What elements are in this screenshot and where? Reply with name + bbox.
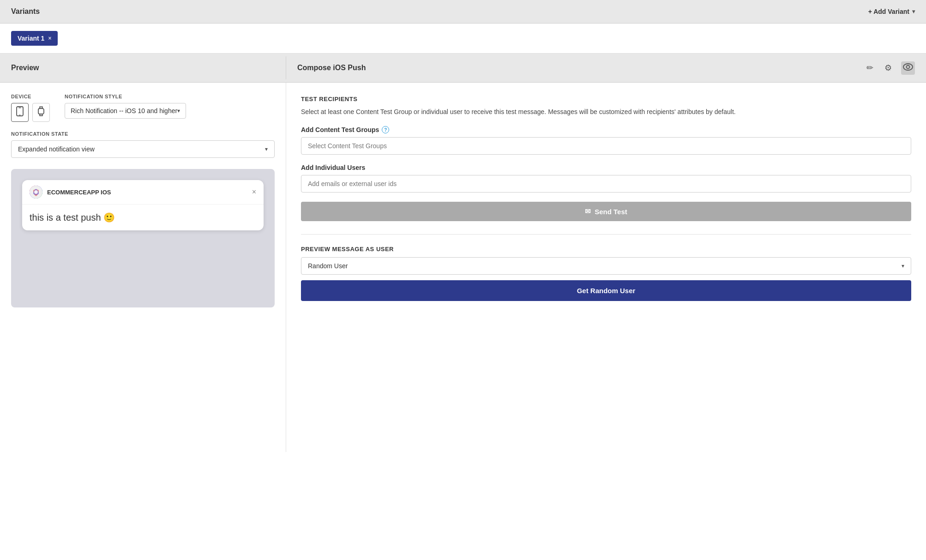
notification-state-value: Expanded notification view [18,145,95,153]
chevron-down-icon: ▾ [902,263,904,269]
chevron-down-icon: ▾ [912,8,915,15]
notification-style-group: NOTIFICATION STYLE Rich Notification -- … [65,94,186,119]
preview-section-label: Preview [0,56,286,79]
app-icon [30,186,42,199]
help-icon[interactable]: ? [382,126,389,133]
notification-style-dropdown[interactable]: Rich Notification -- iOS 10 and higher ▾ [65,103,186,119]
add-variant-button[interactable]: + Add Variant ▾ [868,8,915,15]
main-content: DEVICE [0,83,926,452]
device-buttons [11,103,50,122]
variant-tab-label: Variant 1 [18,35,44,42]
left-panel: DEVICE [0,83,286,452]
mail-icon: ✉ [585,207,591,216]
notification-preview-area: ECOMMERCEAPP IOS × this is a test push 🙂 [11,169,275,307]
notification-state-label: NOTIFICATION STATE [11,131,275,137]
edit-icon[interactable]: ✏ [865,61,875,75]
random-user-select-wrapper: Random User ▾ [301,257,911,275]
notification-text: this is a test push 🙂 [30,212,256,223]
preview-message-title: PREVIEW MESSAGE AS USER [301,246,911,253]
svg-point-0 [903,64,913,70]
eye-icon[interactable] [901,61,915,75]
divider [301,234,911,235]
device-label: DEVICE [11,94,50,99]
compose-title: Compose iOS Push [297,64,366,72]
notification-card: ECOMMERCEAPP IOS × this is a test push 🙂 [22,180,264,230]
variant-1-tab[interactable]: Variant 1 × [11,31,58,46]
test-recipients-title: TEST RECIPIENTS [301,96,911,102]
notification-state-section: NOTIFICATION STATE Expanded notification… [11,131,275,158]
notification-style-label: NOTIFICATION STYLE [65,94,186,99]
content-groups-label: Add Content Test Groups ? [301,126,911,133]
top-bar: Variants + Add Variant ▾ [0,0,926,24]
get-random-user-button[interactable]: Get Random User [301,280,911,301]
content-test-groups-group: Add Content Test Groups ? [301,126,911,155]
svg-rect-5 [38,108,44,114]
notification-style-value: Rich Notification -- iOS 10 and higher [71,107,177,114]
compose-section-header: Compose iOS Push ✏ ⚙ [286,54,926,82]
preview-message-section: PREVIEW MESSAGE AS USER Random User ▾ Ge… [301,246,911,301]
chevron-down-icon: ▾ [265,146,268,152]
svg-point-4 [19,114,20,115]
device-notification-section: DEVICE [11,94,275,122]
watch-device-button[interactable] [32,103,50,122]
notification-body: this is a test push 🙂 [22,205,264,230]
notification-close-icon[interactable]: × [252,188,256,196]
variant-tab-close-icon[interactable]: × [48,35,51,42]
section-header: Preview Compose iOS Push ✏ ⚙ [0,54,926,83]
random-user-dropdown[interactable]: Random User ▾ [301,258,911,274]
variants-title: Variants [11,7,40,16]
random-user-value: Random User [308,262,348,270]
notification-state-dropdown[interactable]: Expanded notification view ▾ [11,140,275,158]
notification-header: ECOMMERCEAPP IOS × [22,180,264,205]
variant-row: Variant 1 × [0,24,926,54]
test-recipients-description: Select at least one Content Test Group o… [301,107,911,117]
individual-users-label: Add Individual Users [301,164,911,171]
device-group: DEVICE [11,94,50,122]
svg-point-13 [34,190,38,194]
send-test-button[interactable]: ✉ Send Test [301,202,911,221]
right-panel: TEST RECIPIENTS Select at least one Cont… [286,83,926,452]
individual-users-input[interactable] [301,175,911,193]
chevron-down-icon: ▾ [177,108,180,114]
svg-point-1 [907,65,910,68]
individual-users-group: Add Individual Users [301,164,911,193]
notification-app-info: ECOMMERCEAPP IOS [30,186,111,199]
app-name: ECOMMERCEAPP IOS [47,189,111,196]
content-test-groups-input[interactable] [301,137,911,155]
compose-icon-group: ✏ ⚙ [865,61,915,75]
phone-device-button[interactable] [11,103,29,122]
settings-icon[interactable]: ⚙ [883,61,894,75]
